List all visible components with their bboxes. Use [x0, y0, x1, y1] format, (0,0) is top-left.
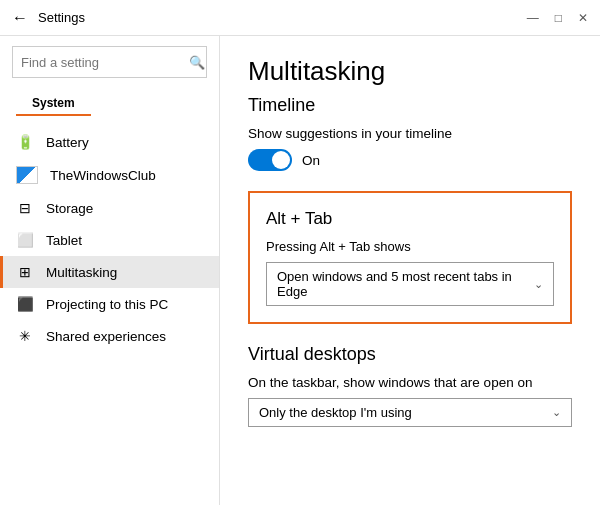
- tablet-icon: ⬜: [16, 232, 34, 248]
- content-area: Multitasking Timeline Show suggestions i…: [220, 36, 600, 505]
- search-icon: 🔍: [189, 55, 205, 70]
- multitasking-icon: ⊞: [16, 264, 34, 280]
- minimize-button[interactable]: —: [527, 11, 539, 25]
- sidebar-item-multitasking[interactable]: ⊞ Multitasking: [0, 256, 219, 288]
- sidebar-label-projecting: Projecting to this PC: [46, 297, 168, 312]
- system-section-label: System: [16, 90, 91, 116]
- window-controls: — □ ✕: [527, 11, 588, 25]
- alttab-sublabel: Pressing Alt + Tab shows: [266, 239, 554, 254]
- virtual-desktops-dropdown[interactable]: Only the desktop I'm using ⌄: [248, 398, 572, 427]
- toggle-row: On: [248, 149, 572, 171]
- sidebar-item-storage[interactable]: ⊟ Storage: [0, 192, 219, 224]
- virtual-desktops-heading: Virtual desktops: [248, 344, 572, 365]
- title-bar: ← Settings — □ ✕: [0, 0, 600, 36]
- close-button[interactable]: ✕: [578, 11, 588, 25]
- sidebar-label-tablet: Tablet: [46, 233, 82, 248]
- sidebar-item-thewindowsclub[interactable]: TheWindowsClub: [0, 158, 219, 192]
- virtual-desktops-dropdown-value: Only the desktop I'm using: [259, 405, 544, 420]
- virtual-desktops-section: Virtual desktops On the taskbar, show wi…: [248, 344, 572, 427]
- sidebar-item-battery[interactable]: 🔋 Battery: [0, 126, 219, 158]
- search-input[interactable]: [21, 55, 189, 70]
- back-button[interactable]: ←: [12, 9, 28, 27]
- battery-icon: 🔋: [16, 134, 34, 150]
- sidebar-label-storage: Storage: [46, 201, 93, 216]
- alttab-dropdown-value: Open windows and 5 most recent tabs in E…: [277, 269, 526, 299]
- search-box[interactable]: 🔍: [12, 46, 207, 78]
- restore-button[interactable]: □: [555, 11, 562, 25]
- alttab-section: Alt + Tab Pressing Alt + Tab shows Open …: [248, 191, 572, 324]
- alttab-dropdown-arrow: ⌄: [534, 278, 543, 291]
- sidebar: 🔍 System 🔋 Battery TheWindowsClub ⊟ Stor…: [0, 36, 220, 505]
- sidebar-label-shared: Shared experiences: [46, 329, 166, 344]
- timeline-toggle[interactable]: [248, 149, 292, 171]
- page-title: Multitasking: [248, 56, 572, 87]
- shared-icon: ✳: [16, 328, 34, 344]
- alttab-dropdown[interactable]: Open windows and 5 most recent tabs in E…: [266, 262, 554, 306]
- sidebar-item-shared[interactable]: ✳ Shared experiences: [0, 320, 219, 352]
- title-bar-title: Settings: [38, 10, 85, 25]
- sidebar-label-thewindowsclub: TheWindowsClub: [50, 168, 156, 183]
- projecting-icon: ⬛: [16, 296, 34, 312]
- toggle-label: On: [302, 153, 320, 168]
- sidebar-label-multitasking: Multitasking: [46, 265, 117, 280]
- virtual-desktops-label: On the taskbar, show windows that are op…: [248, 375, 572, 390]
- sidebar-item-projecting[interactable]: ⬛ Projecting to this PC: [0, 288, 219, 320]
- timeline-heading: Timeline: [248, 95, 572, 116]
- show-suggestions-label: Show suggestions in your timeline: [248, 126, 572, 141]
- alttab-title: Alt + Tab: [266, 209, 554, 229]
- sidebar-item-tablet[interactable]: ⬜ Tablet: [0, 224, 219, 256]
- app-body: 🔍 System 🔋 Battery TheWindowsClub ⊟ Stor…: [0, 36, 600, 505]
- storage-icon: ⊟: [16, 200, 34, 216]
- sidebar-label-battery: Battery: [46, 135, 89, 150]
- virtual-desktops-dropdown-arrow: ⌄: [552, 406, 561, 419]
- thewindowsclub-icon: [16, 166, 38, 184]
